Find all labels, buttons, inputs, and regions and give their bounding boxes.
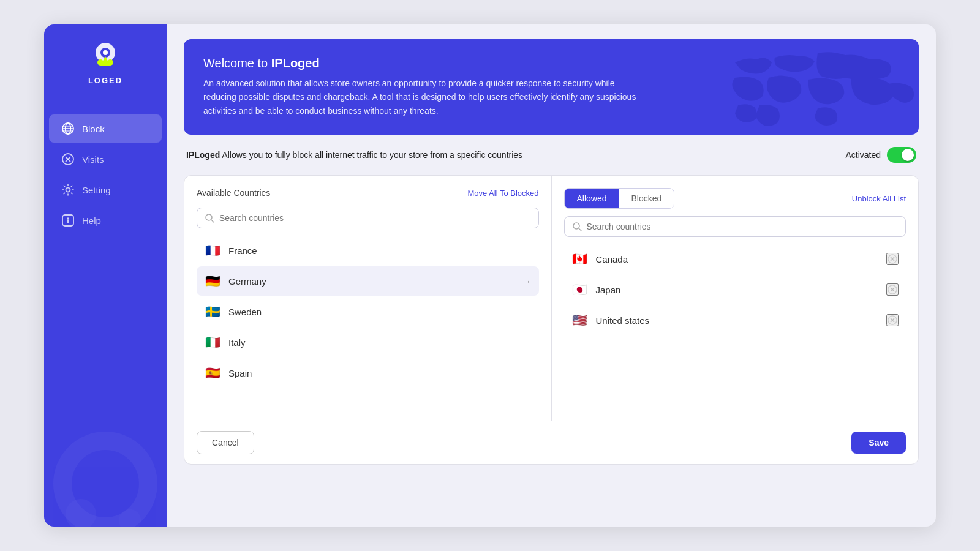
tab-allowed[interactable]: Allowed <box>565 189 619 208</box>
available-countries-column: Available Countries Move All To Blocked … <box>184 176 552 421</box>
activated-label: Activated <box>845 150 881 160</box>
flag-icon: 🇪🇸 <box>204 364 221 381</box>
flag-icon: 🇯🇵 <box>571 281 589 298</box>
sidebar-item-help[interactable]: Help <box>49 206 162 234</box>
available-countries-list: 🇫🇷 France 🇩🇪 Germany → 🇸🇪 Sweden 🇮🇹 Ital… <box>197 236 539 388</box>
hero-text: Welcome to IPLoged An advanced solution … <box>203 56 644 118</box>
country-name: Canada <box>596 254 628 264</box>
svg-line-24 <box>579 228 581 231</box>
activated-right: Activated <box>845 147 916 163</box>
tab-row: Allowed Blocked Unblock All List <box>564 188 907 209</box>
sidebar-item-block[interactable]: Block <box>49 114 162 143</box>
logo: LOGED <box>88 39 123 85</box>
svg-point-2 <box>103 50 108 55</box>
panel-content: Available Countries Move All To Blocked … <box>184 176 918 421</box>
allowed-country-item: 🇺🇸 United states <box>564 305 907 335</box>
right-search-icon <box>572 222 582 231</box>
svg-point-14 <box>66 188 70 192</box>
sidebar-decoration <box>50 429 160 527</box>
unblock-all-button[interactable]: Unblock All List <box>852 194 906 203</box>
panel-footer: Cancel Save <box>184 421 918 464</box>
available-country-item[interactable]: 🇩🇪 Germany → <box>197 266 539 296</box>
sidebar-item-setting[interactable]: Setting <box>49 176 162 204</box>
right-column: Allowed Blocked Unblock All List 🇨🇦 <box>552 176 919 421</box>
svg-line-22 <box>211 220 214 222</box>
available-countries-header: Available Countries Move All To Blocked <box>197 188 539 198</box>
country-name: Japan <box>596 285 621 295</box>
country-name: United states <box>596 315 650 326</box>
allowed-list: 🇨🇦 Canada 🇯🇵 Japan 🇺🇸 Un <box>564 244 907 335</box>
allowed-country-item: 🇯🇵 Japan <box>564 275 907 304</box>
save-button[interactable]: Save <box>851 432 906 454</box>
logo-text: LOGED <box>88 76 123 85</box>
tabs: Allowed Blocked <box>564 188 675 209</box>
activated-description: IPLoged Allows you to fully block all in… <box>186 150 522 160</box>
sidebar-visits-label: Visits <box>82 154 104 165</box>
country-name: France <box>228 246 257 256</box>
main-panel: Available Countries Move All To Blocked … <box>184 175 919 465</box>
country-name: Spain <box>228 368 252 378</box>
toggle-knob <box>902 149 914 161</box>
flag-icon: 🇨🇦 <box>571 250 589 268</box>
flag-icon: 🇸🇪 <box>204 303 221 320</box>
hero-title: Welcome to IPLoged <box>203 56 644 70</box>
remove-country-button[interactable] <box>886 283 899 296</box>
tab-blocked[interactable]: Blocked <box>619 189 674 208</box>
search-icon <box>205 213 214 223</box>
country-name: Sweden <box>228 307 262 317</box>
remove-country-button[interactable] <box>886 314 899 326</box>
country-name: Germany <box>228 276 266 287</box>
right-search-input[interactable] <box>587 222 899 231</box>
svg-point-17 <box>67 217 69 219</box>
sidebar-item-visits[interactable]: Visits <box>49 145 162 173</box>
move-all-button[interactable]: Move All To Blocked <box>467 189 538 198</box>
flag-icon: 🇫🇷 <box>204 242 221 259</box>
logo-icon <box>88 39 123 73</box>
x-circle-icon <box>61 152 75 166</box>
allowed-country-item: 🇨🇦 Canada <box>564 244 907 274</box>
sidebar-setting-label: Setting <box>82 185 111 195</box>
cancel-button[interactable]: Cancel <box>197 431 254 454</box>
hero-description: An advanced solution that allows store o… <box>203 77 644 118</box>
info-icon <box>61 214 75 227</box>
arrow-icon: → <box>522 276 532 287</box>
available-country-item[interactable]: 🇮🇹 Italy <box>197 328 539 357</box>
sidebar: LOGED Block Visits <box>44 24 167 527</box>
available-countries-title: Available Countries <box>197 188 270 198</box>
flag-icon: 🇺🇸 <box>571 312 589 329</box>
activated-row: IPLoged Allows you to fully block all in… <box>184 147 919 163</box>
world-map-decoration <box>723 39 919 135</box>
gear-icon <box>61 183 75 197</box>
remove-country-button[interactable] <box>886 253 899 265</box>
hero-banner: Welcome to IPLoged An advanced solution … <box>184 39 919 135</box>
flag-icon: 🇩🇪 <box>204 272 221 290</box>
right-search-box[interactable] <box>564 216 907 237</box>
available-country-item[interactable]: 🇫🇷 France <box>197 236 539 265</box>
sidebar-navigation: Block Visits Setting <box>44 114 167 234</box>
available-search-box[interactable] <box>197 208 539 228</box>
available-country-item[interactable]: 🇪🇸 Spain <box>197 358 539 388</box>
available-search-input[interactable] <box>219 213 531 223</box>
available-country-item[interactable]: 🇸🇪 Sweden <box>197 297 539 326</box>
sidebar-block-label: Block <box>82 124 105 134</box>
flag-icon: 🇮🇹 <box>204 334 221 351</box>
main-content: Welcome to IPLoged An advanced solution … <box>167 24 936 527</box>
globe-icon <box>61 122 75 135</box>
country-name: Italy <box>228 337 246 348</box>
activated-toggle[interactable] <box>887 147 916 163</box>
sidebar-help-label: Help <box>82 216 101 226</box>
country-list: 🇫🇷 France 🇩🇪 Germany → 🇸🇪 Sweden 🇮🇹 Ital… <box>197 236 539 388</box>
